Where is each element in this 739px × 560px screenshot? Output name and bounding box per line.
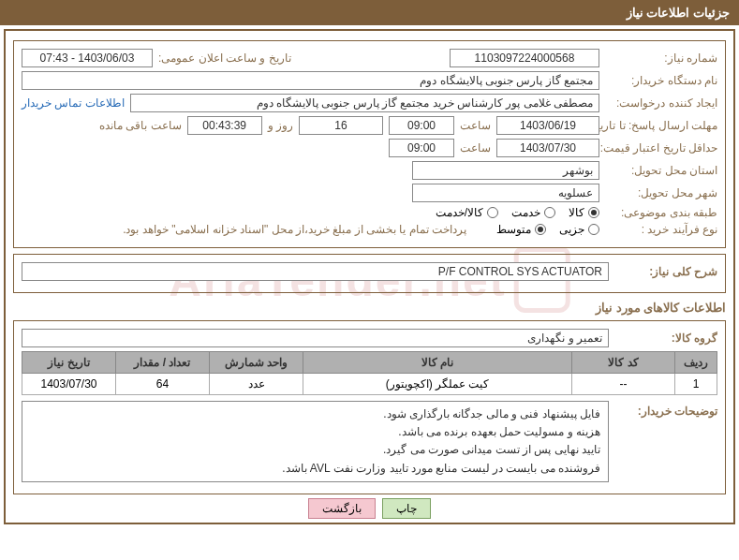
time-label-1: ساعت xyxy=(460,119,491,132)
radio-kala[interactable]: کالا xyxy=(569,206,599,219)
button-row: چاپ بازگشت xyxy=(13,502,726,515)
buyer-desc-line-2: هزینه و مسولیت حمل بعهده برنده می باشد. xyxy=(30,423,600,441)
buyer-desc-box: فایل پیشنهاد فنی و مالی جدگانه بارگذاری … xyxy=(22,401,609,482)
radio-both-circle xyxy=(487,207,498,218)
process-radio-group: جزیی متوسط xyxy=(496,223,599,236)
page-title: جزئیات اطلاعات نیاز xyxy=(627,6,730,20)
print-button[interactable]: چاپ xyxy=(382,498,431,519)
need-no-label: شماره نیاز: xyxy=(605,52,717,65)
city-value: عسلویه xyxy=(412,184,599,202)
th-row: ردیف xyxy=(675,352,717,374)
row-group: گروه کالا: تعمیر و نگهداری xyxy=(22,329,717,347)
td-name: کیت عملگر (اکچویتور) xyxy=(303,374,572,395)
countdown: 00:43:39 xyxy=(187,116,262,135)
goods-info-title: اطلاعات کالاهای مورد نیاز xyxy=(13,301,726,315)
radio-khadamat[interactable]: خدمت xyxy=(511,206,555,219)
category-label: طبقه بندی موضوعی: xyxy=(605,206,717,219)
group-value: تعمیر و نگهداری xyxy=(22,329,609,347)
outer-frame: شماره نیاز: 1103097224000568 تاریخ و ساع… xyxy=(4,29,735,524)
buyer-desc-line-3: تایید نهایی پس از تست میدانی صورت می گیر… xyxy=(30,441,600,459)
buyer-value: مجتمع گاز پارس جنوبی پالایشگاه دوم xyxy=(22,71,599,90)
radio-both[interactable]: کالا/خدمت xyxy=(436,206,498,219)
td-unit: عدد xyxy=(210,374,303,395)
summary-frame: شرح کلی نیاز: P/F CONTROL SYS ACTUATOR xyxy=(13,254,726,293)
buyer-label: نام دستگاه خریدار: xyxy=(605,74,717,87)
radio-motavaset-label: متوسط xyxy=(496,223,531,236)
row-category: طبقه بندی موضوعی: کالا خدمت کالا/خدمت xyxy=(22,206,717,219)
remain-label: ساعت باقی مانده xyxy=(99,119,182,132)
validity-date: 1403/07/30 xyxy=(496,139,599,157)
buyer-desc-label: توضیحات خریدار: xyxy=(614,401,717,418)
th-qty: تعداد / مقدار xyxy=(116,352,210,374)
page-header: جزئیات اطلاعات نیاز xyxy=(0,0,739,25)
td-code: -- xyxy=(572,374,675,395)
goods-frame: گروه کالا: تعمیر و نگهداری ردیف کد کالا … xyxy=(13,320,726,494)
province-value: بوشهر xyxy=(412,161,599,180)
radio-kala-circle xyxy=(588,207,599,218)
resp-time: 09:00 xyxy=(389,116,454,135)
row-city: شهر محل تحویل: عسلویه xyxy=(22,184,717,202)
validity-label: حداقل تاریخ اعتبار قیمت: تا تاریخ: xyxy=(605,141,717,155)
group-label: گروه کالا: xyxy=(614,332,717,345)
td-date: 1403/07/30 xyxy=(22,374,116,395)
row-summary: شرح کلی نیاز: P/F CONTROL SYS ACTUATOR xyxy=(22,262,717,281)
validity-time: 09:00 xyxy=(389,139,454,157)
days-and-label: روز و xyxy=(268,119,293,132)
th-unit: واحد شمارش xyxy=(210,352,303,374)
requester-value: مصطفی غلامی پور کارشناس خرید مجتمع گاز پ… xyxy=(130,94,599,112)
td-qty: 64 xyxy=(116,374,210,395)
table-row: 1 -- کیت عملگر (اکچویتور) عدد 64 1403/07… xyxy=(22,374,717,395)
radio-khadamat-label: خدمت xyxy=(511,206,540,219)
th-date: تاریخ نیاز xyxy=(22,352,116,374)
radio-motavaset-circle xyxy=(535,224,546,235)
back-button[interactable]: بازگشت xyxy=(308,498,376,519)
row-requester: ایجاد کننده درخواست: مصطفی غلامی پور کار… xyxy=(22,94,717,112)
buyer-desc-line-1: فایل پیشنهاد فنی و مالی جدگانه بارگذاری … xyxy=(30,405,600,423)
row-buyer-desc: توضیحات خریدار: فایل پیشنهاد فنی و مالی … xyxy=(22,401,717,482)
summary-label: شرح کلی نیاز: xyxy=(614,265,717,278)
resp-deadline-label: مهلت ارسال پاسخ: تا تاریخ: xyxy=(605,119,717,132)
radio-both-label: کالا/خدمت xyxy=(436,206,483,219)
row-response-deadline: مهلت ارسال پاسخ: تا تاریخ: 1403/06/19 سا… xyxy=(22,116,717,135)
category-radio-group: کالا خدمت کالا/خدمت xyxy=(436,206,599,219)
payment-note: پرداخت تمام یا بخشی از مبلغ خرید،از محل … xyxy=(123,223,466,236)
row-province: استان محل تحویل: بوشهر xyxy=(22,161,717,180)
radio-kala-label: کالا xyxy=(569,206,584,219)
province-label: استان محل تحویل: xyxy=(605,164,717,177)
buyer-desc-line-4: فروشنده می بایست در لیست منابع مورد تایی… xyxy=(30,460,600,478)
row-need-number: شماره نیاز: 1103097224000568 تاریخ و ساع… xyxy=(22,49,717,67)
radio-khadamat-circle xyxy=(544,207,555,218)
row-buyer: نام دستگاه خریدار: مجتمع گاز پارس جنوبی … xyxy=(22,71,717,90)
contact-link[interactable]: اطلاعات تماس خریدار xyxy=(22,96,125,110)
city-label: شهر محل تحویل: xyxy=(605,186,717,199)
need-no-value: 1103097224000568 xyxy=(450,49,599,67)
resp-date: 1403/06/19 xyxy=(496,116,599,135)
goods-table: ردیف کد کالا نام کالا واحد شمارش تعداد /… xyxy=(22,351,717,395)
row-process: نوع فرآیند خرید : جزیی متوسط پرداخت تمام… xyxy=(22,223,717,236)
td-row: 1 xyxy=(675,374,717,395)
inner-frame: شماره نیاز: 1103097224000568 تاریخ و ساع… xyxy=(13,40,726,248)
time-label-2: ساعت xyxy=(460,141,491,155)
days-remaining: 16 xyxy=(299,116,383,135)
radio-jozi-circle xyxy=(588,224,599,235)
summary-value: P/F CONTROL SYS ACTUATOR xyxy=(22,262,609,281)
radio-motavaset[interactable]: متوسط xyxy=(496,223,546,236)
radio-jozi[interactable]: جزیی xyxy=(559,223,599,236)
announce-label: تاریخ و ساعت اعلان عمومی: xyxy=(158,52,291,65)
table-header-row: ردیف کد کالا نام کالا واحد شمارش تعداد /… xyxy=(22,352,717,374)
th-code: کد کالا xyxy=(572,352,675,374)
row-validity: حداقل تاریخ اعتبار قیمت: تا تاریخ: 1403/… xyxy=(22,139,717,157)
radio-jozi-label: جزیی xyxy=(559,223,584,236)
process-label: نوع فرآیند خرید : xyxy=(605,223,717,236)
announce-value: 1403/06/03 - 07:43 xyxy=(22,49,153,67)
th-name: نام کالا xyxy=(303,352,572,374)
requester-label: ایجاد کننده درخواست: xyxy=(605,96,717,110)
